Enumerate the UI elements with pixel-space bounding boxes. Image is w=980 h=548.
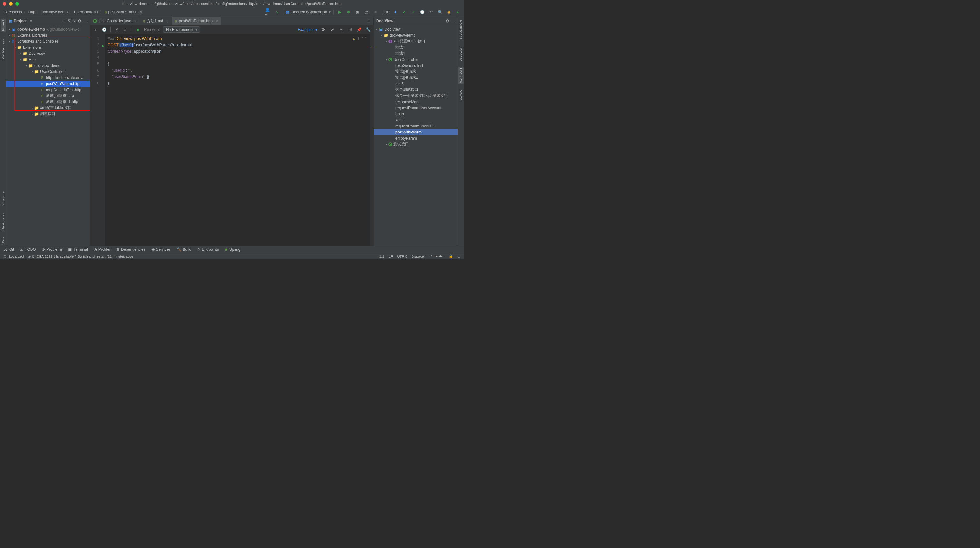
git-history-icon[interactable]: 🕑 bbox=[419, 9, 425, 15]
spring-toolwindow[interactable]: ❀Spring bbox=[224, 247, 240, 252]
status-icon[interactable]: ▢ bbox=[3, 254, 6, 258]
project-tab[interactable]: Project bbox=[1, 19, 6, 32]
dvtree-item[interactable]: xaaa bbox=[374, 117, 458, 123]
close-icon[interactable]: × bbox=[166, 19, 168, 23]
run-config-select[interactable]: ▦ DocDemoApplication ▾ bbox=[283, 9, 334, 15]
dvtree-item[interactable]: 测试get请求1 bbox=[374, 75, 458, 81]
code-content[interactable]: ### Doc View: postWithParam POST {{host}… bbox=[105, 34, 369, 245]
tree-file[interactable]: ⎘ http-client.private.env. bbox=[6, 75, 89, 81]
dvtree-item[interactable]: 方法1 bbox=[374, 44, 458, 50]
dvtree-item[interactable]: 测试get请求 bbox=[374, 68, 458, 75]
close-window-button[interactable] bbox=[3, 2, 6, 6]
hide-icon[interactable]: — bbox=[83, 19, 87, 23]
open-icon[interactable]: ⬈ bbox=[329, 27, 335, 32]
bookmarks-tab[interactable]: Bookmarks bbox=[1, 212, 6, 232]
tree-scratches[interactable]: ▾▥ Scratches and Consoles bbox=[6, 38, 89, 44]
database-tab[interactable]: Database bbox=[458, 45, 463, 62]
dvtree-item[interactable]: emptyParam bbox=[374, 135, 458, 141]
profiler-button[interactable]: ◔ bbox=[364, 9, 369, 15]
dvtree-item[interactable]: requestParamUser111 bbox=[374, 123, 458, 129]
notifications-tab[interactable]: Notifications bbox=[458, 19, 463, 40]
run-button[interactable]: ▶ bbox=[337, 9, 342, 15]
todo-toolwindow[interactable]: ☑TODO bbox=[20, 247, 36, 252]
indent-info[interactable]: 0 space bbox=[412, 255, 424, 258]
profiler-toolwindow[interactable]: ◔Profiler bbox=[94, 247, 111, 252]
project-tree[interactable]: ▸▣ doc-view-demo ~/github/doc-view-d ▸▥ … bbox=[6, 25, 89, 245]
examples-link[interactable]: Examples ▾ bbox=[298, 27, 317, 32]
docview-tab[interactable]: Doc View bbox=[458, 67, 463, 84]
dvtree-item[interactable]: 这是一个测试接口<p>测试换行 bbox=[374, 93, 458, 99]
tree-docviewdemo-folder[interactable]: ▾📁 doc-view-demo bbox=[6, 62, 89, 68]
memory-icon[interactable]: ◡ bbox=[458, 254, 461, 258]
terminal-toolwindow[interactable]: ▣Terminal bbox=[68, 247, 88, 252]
tree-xmldubbo-folder[interactable]: ▸📁 xml配置dubbo接口 bbox=[6, 105, 89, 111]
emoji-icon[interactable]: ▸ bbox=[455, 9, 461, 15]
breadcrumb-extensions[interactable]: Extensions bbox=[3, 10, 22, 14]
web-tab[interactable]: Web bbox=[1, 236, 6, 245]
dvtree-item[interactable]: 这是测试接口 bbox=[374, 87, 458, 93]
line-ending[interactable]: LF bbox=[389, 255, 393, 258]
add-request-icon[interactable]: ＋ bbox=[92, 27, 98, 32]
tree-root[interactable]: ▸▣ doc-view-demo ~/github/doc-view-d bbox=[6, 26, 89, 32]
tree-file[interactable]: ⎘ respGenericTest.http bbox=[6, 87, 89, 93]
git-update-icon[interactable]: ⬇ bbox=[393, 9, 398, 15]
dvtree-item[interactable]: bbbb bbox=[374, 111, 458, 117]
dvtree-item[interactable]: requestParamUserAccount bbox=[374, 105, 458, 111]
git-toolwindow[interactable]: ⎇Git bbox=[3, 247, 14, 252]
import-icon[interactable]: ↙ bbox=[123, 27, 128, 32]
close-icon[interactable]: × bbox=[216, 19, 218, 23]
breadcrumb-file[interactable]: ⎘ postWithParam.http bbox=[105, 10, 142, 14]
tab-postwithparam[interactable]: ⎘ postWithParam.http × bbox=[172, 17, 221, 25]
git-commit-icon[interactable]: ✔ bbox=[401, 9, 407, 15]
format2-icon[interactable]: ⇲ bbox=[347, 27, 353, 32]
editor-body[interactable]: 1 2▶ 3 4 5 6 7 8 ### Doc View: postWithP… bbox=[90, 34, 373, 245]
lock-icon[interactable]: 🔒 bbox=[449, 254, 453, 258]
services-toolwindow[interactable]: ◉Services bbox=[151, 247, 171, 252]
dvtree-demo[interactable]: ▾📁 doc-view-demo bbox=[374, 32, 458, 38]
pull-requests-tab[interactable]: Pull Requests bbox=[1, 37, 6, 61]
search-icon[interactable]: 🔍 bbox=[437, 9, 443, 15]
settings-icon[interactable]: ⚙ bbox=[78, 19, 81, 23]
tree-ext-libs[interactable]: ▸▥ External Libraries bbox=[6, 32, 89, 38]
dvtree-item[interactable]: respGenericTest bbox=[374, 62, 458, 68]
breadcrumb-docviewdemo[interactable]: doc-view-demo bbox=[42, 10, 68, 14]
git-push-icon[interactable]: ↗ bbox=[410, 9, 416, 15]
structure-tab[interactable]: Structure bbox=[1, 190, 6, 207]
branch-widget[interactable]: ⎇ master bbox=[428, 254, 444, 258]
environment-select[interactable]: No Environment ▾ bbox=[163, 26, 200, 33]
run-all-icon[interactable]: ▶ bbox=[135, 27, 141, 32]
expand-all-icon[interactable]: ⇱ bbox=[68, 19, 71, 23]
close-icon[interactable]: × bbox=[134, 19, 136, 23]
debug-button[interactable]: ✱ bbox=[346, 9, 352, 15]
tree-http-folder[interactable]: ▾📁 Http bbox=[6, 56, 89, 62]
maximize-window-button[interactable] bbox=[15, 2, 19, 6]
select-opened-file-icon[interactable]: ⊕ bbox=[62, 19, 66, 23]
editor-marker-strip[interactable] bbox=[369, 34, 373, 245]
wrench-icon[interactable]: 🔧 bbox=[365, 27, 371, 32]
dvtree-item-selected[interactable]: postWithParam bbox=[374, 129, 458, 135]
endpoints-toolwindow[interactable]: ⟲Endpoints bbox=[197, 247, 218, 252]
dvtree-testif[interactable]: ▸C 测试接口 bbox=[374, 141, 458, 147]
problems-toolwindow[interactable]: ⊘Problems bbox=[42, 247, 63, 252]
git-rollback-icon[interactable]: ↶ bbox=[428, 9, 434, 15]
dvtree-root[interactable]: ▾▣ Doc View bbox=[374, 26, 458, 32]
next-icon[interactable]: ˅ bbox=[365, 35, 367, 42]
convert-icon[interactable]: ⎘ bbox=[114, 27, 119, 32]
inspection-widget[interactable]: ▲ 1 ˄ ˅ bbox=[352, 35, 367, 42]
run-coverage-button[interactable]: ▣ bbox=[355, 9, 360, 15]
maven-tab[interactable]: Maven bbox=[458, 89, 463, 102]
tab-method1[interactable]: ⎘ 方法1.md × bbox=[140, 17, 172, 25]
dvtree-xml[interactable]: ▾I xml配置dubbo接口 bbox=[374, 38, 458, 44]
tab-menu-icon[interactable]: ⋮ bbox=[364, 17, 373, 25]
tree-testif-folder[interactable]: ▸📁 测试接口 bbox=[6, 111, 89, 117]
dependencies-toolwindow[interactable]: ⊞Dependencies bbox=[116, 247, 146, 252]
stop-button[interactable]: ■ bbox=[372, 9, 378, 15]
tree-usercontroller-folder[interactable]: ▾📁 UserController bbox=[6, 68, 89, 75]
encoding[interactable]: UTF-8 bbox=[397, 255, 407, 258]
tree-file-selected[interactable]: ⎘ postWithParam.http bbox=[6, 81, 89, 87]
tab-usercontroller[interactable]: C UserController.java × bbox=[90, 17, 140, 25]
user-icon[interactable]: 👤▾ bbox=[265, 9, 271, 15]
refresh-icon[interactable]: ⟳ bbox=[320, 27, 326, 32]
dvtree-item[interactable]: responseMap bbox=[374, 99, 458, 105]
build-icon[interactable]: ↘ bbox=[274, 9, 280, 15]
